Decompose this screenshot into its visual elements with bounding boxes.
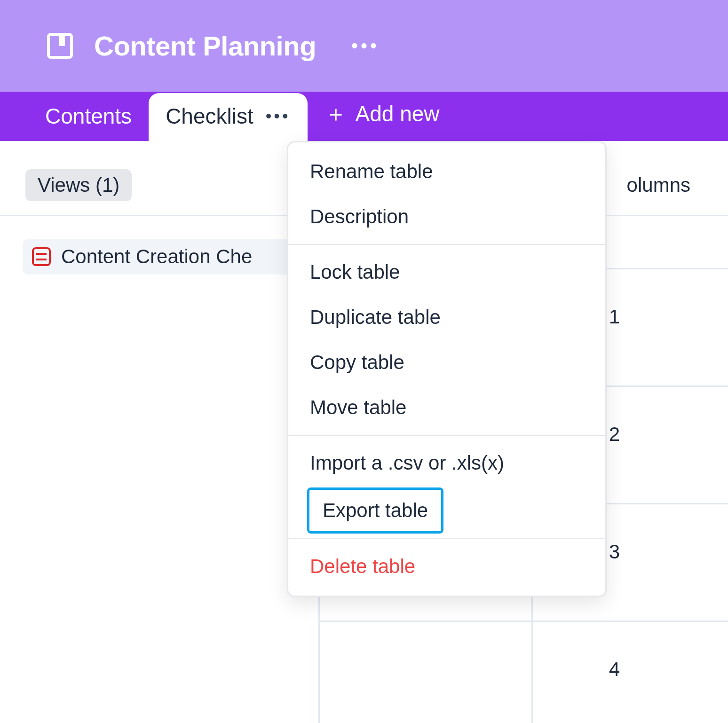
view-item-label: Content Creation Che bbox=[61, 245, 252, 268]
menu-separator bbox=[288, 244, 605, 245]
menu-export-table[interactable]: Export table bbox=[307, 487, 443, 534]
tab-label: Add new bbox=[356, 101, 440, 126]
menu-import-csv[interactable]: Import a .csv or .xls(x) bbox=[288, 440, 605, 486]
menu-move-table[interactable]: Move table bbox=[288, 385, 605, 430]
page-title: Content Planning bbox=[94, 30, 316, 62]
rows-icon bbox=[32, 247, 51, 266]
menu-delete-table[interactable]: Delete table bbox=[288, 544, 605, 589]
tab-label: Contents bbox=[45, 103, 132, 129]
menu-rename-table[interactable]: Rename table bbox=[288, 149, 605, 194]
table-row-number: 4 bbox=[609, 658, 620, 681]
menu-copy-table[interactable]: Copy table bbox=[288, 340, 605, 385]
columns-button[interactable]: olumns bbox=[627, 174, 728, 196]
menu-duplicate-table[interactable]: Duplicate table bbox=[288, 295, 605, 340]
views-button[interactable]: Views (1) bbox=[25, 169, 132, 201]
menu-separator bbox=[288, 538, 605, 539]
table-context-menu: Rename table Description Lock table Dupl… bbox=[287, 141, 607, 597]
menu-lock-table[interactable]: Lock table bbox=[288, 250, 605, 295]
table-row-number: 2 bbox=[609, 423, 620, 446]
table-tabs: Contents Checklist ••• ＋ Add new bbox=[0, 92, 728, 141]
plus-icon: ＋ bbox=[324, 99, 347, 129]
table-row-number: 3 bbox=[609, 541, 620, 563]
menu-separator bbox=[288, 435, 605, 436]
tab-label: Checklist bbox=[166, 103, 253, 129]
tab-contents[interactable]: Contents bbox=[28, 93, 149, 141]
menu-description[interactable]: Description bbox=[288, 194, 605, 239]
table-row-number: 1 bbox=[609, 306, 620, 328]
views-sidebar: Content Creation Che bbox=[0, 216, 320, 723]
page-more-icon[interactable]: ••• bbox=[351, 35, 380, 56]
book-icon bbox=[47, 33, 73, 59]
page-header: Content Planning ••• bbox=[0, 0, 728, 92]
tab-checklist[interactable]: Checklist ••• bbox=[149, 93, 307, 141]
tab-more-icon[interactable]: ••• bbox=[266, 106, 291, 126]
add-new-tab[interactable]: ＋ Add new bbox=[308, 88, 457, 141]
